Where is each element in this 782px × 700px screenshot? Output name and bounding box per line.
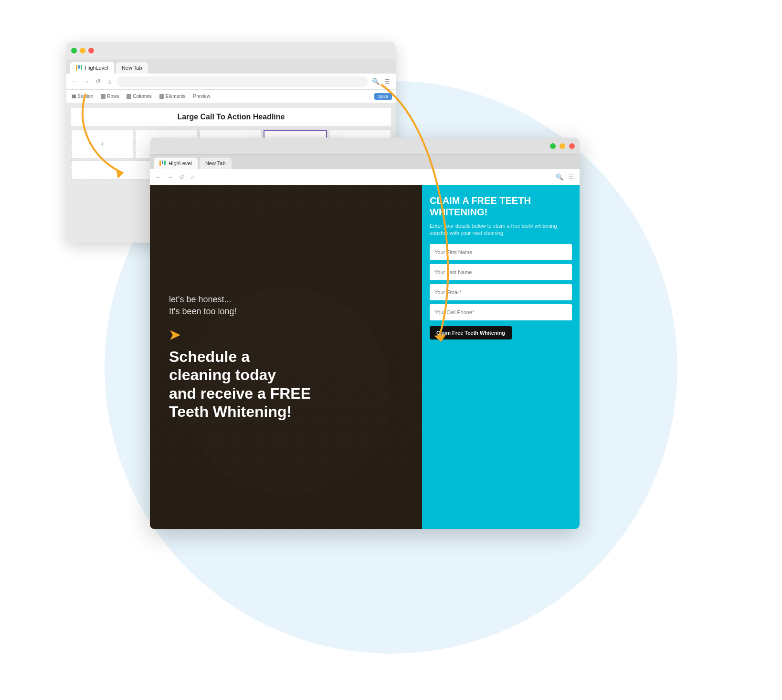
editor-toolbar: Section Rows Columns Elements Preview Sa… bbox=[66, 90, 396, 103]
preview-label: Preview bbox=[193, 94, 211, 99]
rows-icon bbox=[101, 94, 106, 99]
front-tl-red[interactable] bbox=[569, 143, 575, 149]
browser-tab-bar: HighLevel New Tab bbox=[66, 59, 396, 74]
front-new-tab[interactable]: New Tab bbox=[200, 158, 232, 169]
toolbar-columns[interactable]: Columns bbox=[125, 93, 153, 100]
front-logo-bar-2 bbox=[162, 160, 163, 164]
save-label: Save bbox=[378, 94, 388, 99]
browser-chrome-bar bbox=[66, 42, 396, 59]
front-refresh-button[interactable]: ↺ bbox=[178, 173, 185, 181]
front-url-input[interactable] bbox=[201, 172, 552, 182]
front-tl-green[interactable] bbox=[550, 143, 556, 149]
front-tl-yellow[interactable] bbox=[560, 143, 565, 149]
front-forward-button[interactable]: → bbox=[166, 173, 174, 181]
columns-label: Columns bbox=[133, 94, 151, 99]
form-panel: CLAIM A FREE TEETH WHITENING! Enter your… bbox=[422, 185, 580, 529]
elements-label: Elements bbox=[166, 94, 186, 99]
front-tab-bar: HighLevel New Tab bbox=[150, 155, 580, 169]
form-panel-title: CLAIM A FREE TEETH WHITENING! bbox=[430, 195, 572, 218]
submit-label: Claim Free Teeth Whitening bbox=[436, 330, 505, 336]
front-address-bar: ← → ↺ ⌂ 🔍 ☰ bbox=[150, 169, 580, 185]
toolbar-preview[interactable]: Preview bbox=[191, 93, 212, 100]
hero-section: let's be honest... It's been too long! ➤… bbox=[150, 185, 422, 529]
hero-subtext: let's be honest... It's been too long! bbox=[169, 294, 403, 318]
highlevel-tab-label: HighLevel bbox=[85, 65, 108, 71]
front-logo bbox=[159, 160, 166, 166]
last-name-field[interactable] bbox=[430, 264, 572, 280]
hero-main-headline: Schedule acleaning todayand receive a FR… bbox=[169, 348, 403, 421]
highlevel-logo bbox=[76, 65, 82, 71]
front-new-tab-label: New Tab bbox=[205, 160, 226, 166]
rows-label: Rows bbox=[107, 94, 119, 99]
front-logo-bar-1 bbox=[159, 160, 161, 166]
toolbar-section[interactable]: Section bbox=[70, 93, 95, 100]
search-icon[interactable]: 🔍 bbox=[372, 78, 380, 85]
url-input[interactable] bbox=[117, 76, 368, 87]
highlevel-tab[interactable]: HighLevel bbox=[70, 62, 114, 74]
front-tab-label: HighLevel bbox=[169, 160, 192, 166]
toolbar-elements[interactable]: Elements bbox=[158, 93, 188, 100]
menu-icon[interactable]: ☰ bbox=[383, 78, 391, 85]
front-menu-icon[interactable]: ☰ bbox=[567, 173, 575, 181]
scene: HighLevel New Tab ← → ↺ ⌂ 🔍 ☰ Section Ro bbox=[57, 28, 725, 672]
toolbar-rows[interactable]: Rows bbox=[99, 93, 121, 100]
landing-page-browser-window: HighLevel New Tab ← → ↺ ⌂ 🔍 ☰ bbox=[150, 138, 580, 529]
traffic-light-red[interactable] bbox=[88, 48, 94, 53]
hero-sub-line1: let's be honest... bbox=[169, 295, 232, 304]
elements-icon bbox=[159, 94, 164, 99]
front-browser-chrome bbox=[150, 138, 580, 155]
address-bar: ← → ↺ ⌂ 🔍 ☰ bbox=[66, 74, 396, 90]
new-tab-label: New Tab bbox=[122, 65, 142, 71]
first-name-field[interactable] bbox=[430, 244, 572, 260]
toolbar-save-button[interactable]: Save bbox=[374, 93, 392, 100]
home-button[interactable]: ⌂ bbox=[106, 78, 113, 85]
front-logo-bar-3 bbox=[164, 160, 166, 165]
forward-button[interactable]: → bbox=[83, 78, 90, 85]
phone-field[interactable] bbox=[430, 304, 572, 320]
editor-main-headline[interactable]: Large Call To Action Headline bbox=[71, 108, 391, 126]
section-label: Section bbox=[77, 94, 93, 99]
logo-bar-1 bbox=[76, 65, 77, 71]
hero-headline-text: Schedule acleaning todayand receive a FR… bbox=[169, 348, 311, 420]
traffic-light-green[interactable] bbox=[71, 48, 77, 53]
plus-icon-1: + bbox=[100, 139, 105, 149]
arrow-right-icon: ➤ bbox=[169, 327, 180, 343]
form-panel-description: Enter your details below to claim a free… bbox=[430, 223, 572, 237]
front-home-button[interactable]: ⌂ bbox=[189, 173, 197, 181]
front-search-icon[interactable]: 🔍 bbox=[556, 173, 563, 181]
hero-sub-line2: It's been too long! bbox=[169, 307, 237, 316]
editor-col-1[interactable]: + bbox=[71, 130, 133, 159]
columns-icon bbox=[127, 94, 131, 99]
front-back-button[interactable]: ← bbox=[155, 173, 162, 181]
logo-bar-2 bbox=[78, 65, 80, 69]
front-highlevel-tab[interactable]: HighLevel bbox=[154, 158, 198, 169]
new-tab[interactable]: New Tab bbox=[116, 62, 148, 74]
logo-bar-3 bbox=[81, 65, 82, 70]
back-button[interactable]: ← bbox=[71, 78, 79, 85]
traffic-light-yellow[interactable] bbox=[80, 48, 85, 53]
hero-arrow-indicator: ➤ bbox=[169, 327, 403, 343]
email-field[interactable] bbox=[430, 284, 572, 300]
refresh-button[interactable]: ↺ bbox=[94, 78, 102, 85]
submit-button[interactable]: Claim Free Teeth Whitening bbox=[430, 326, 512, 339]
landing-page-content: let's be honest... It's been too long! ➤… bbox=[150, 185, 580, 529]
section-icon bbox=[72, 95, 76, 98]
